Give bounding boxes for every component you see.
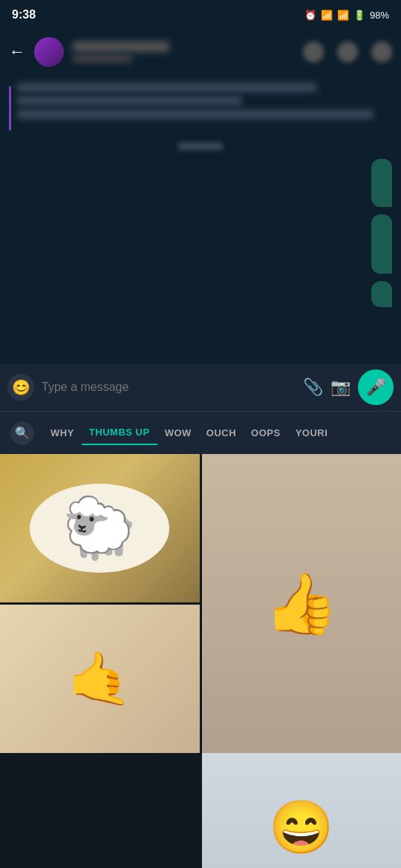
- message-line: [17, 83, 317, 92]
- sent-message-3: [9, 281, 392, 307]
- contact-avatar: [34, 37, 64, 67]
- attach-button[interactable]: 📎: [303, 378, 323, 397]
- timestamp-text: [178, 142, 223, 150]
- app-bar-actions: [303, 42, 392, 62]
- battery-icon: 🔋: [353, 10, 365, 21]
- category-tabs: WHY THUMBS UP WOW OUCH OOPS YOURI: [43, 421, 391, 445]
- search-icon: 🔍: [15, 426, 30, 440]
- contact-status: [73, 55, 132, 62]
- contact-info: [73, 42, 294, 62]
- status-icons: ⏰ 📶 📶 🔋 98%: [304, 10, 389, 21]
- call-button[interactable]: [337, 42, 358, 62]
- tab-why[interactable]: WHY: [43, 421, 82, 445]
- gif-item-4[interactable]: [202, 753, 402, 868]
- sent-bubble: [371, 281, 392, 307]
- gif-item-2[interactable]: [202, 454, 402, 753]
- tab-oops[interactable]: OOPS: [244, 421, 288, 445]
- sent-bubble: [371, 214, 392, 274]
- message-input-bar: 😊 📎 📷 🎤: [0, 364, 401, 411]
- message-bar: [9, 86, 11, 131]
- mic-button[interactable]: 🎤: [358, 369, 394, 405]
- more-options-button[interactable]: [371, 42, 392, 62]
- mic-icon: 🎤: [366, 378, 386, 397]
- tab-youri[interactable]: YOURI: [288, 421, 336, 445]
- tab-wow[interactable]: WOW: [157, 421, 199, 445]
- timestamp: [9, 139, 392, 153]
- sent-message-1: [9, 159, 392, 207]
- emoji-button[interactable]: 😊: [7, 374, 34, 401]
- sent-bubble: [371, 159, 392, 207]
- message-input[interactable]: [42, 372, 296, 402]
- wifi-icon: 📶: [321, 10, 333, 21]
- alarm-icon: ⏰: [304, 10, 316, 21]
- message-content: [17, 83, 392, 123]
- contact-name: [73, 42, 169, 52]
- status-time: 9:38: [12, 8, 36, 22]
- battery-percent: 98%: [370, 10, 389, 21]
- chat-area: [0, 74, 401, 364]
- video-call-button[interactable]: [303, 42, 324, 62]
- tab-ouch[interactable]: OUCH: [199, 421, 244, 445]
- gif-grid: [0, 454, 401, 753]
- sent-message-2: [9, 214, 392, 274]
- back-button[interactable]: ←: [9, 42, 25, 62]
- emoji-icon: 😊: [12, 378, 30, 396]
- search-button[interactable]: 🔍: [10, 421, 34, 445]
- app-bar: ←: [0, 30, 401, 74]
- status-bar: 9:38 ⏰ 📶 📶 🔋 98%: [0, 0, 401, 30]
- signal-icon: 📶: [337, 10, 349, 21]
- message-line: [17, 110, 374, 119]
- gif-search-bar: 🔍 WHY THUMBS UP WOW OUCH OOPS YOURI: [0, 411, 401, 454]
- camera-button[interactable]: 📷: [330, 378, 351, 397]
- message-line: [17, 96, 242, 105]
- gif-item-3[interactable]: [0, 605, 200, 753]
- gif-item-1[interactable]: [0, 454, 200, 602]
- tab-thumbsup[interactable]: THUMBS UP: [82, 421, 157, 445]
- received-message-1: [9, 83, 392, 131]
